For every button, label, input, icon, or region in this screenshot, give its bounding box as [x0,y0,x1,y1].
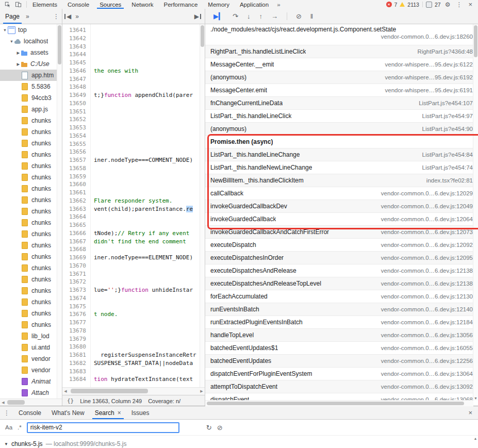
line-number[interactable]: 13646 [62,67,86,75]
code-line[interactable] [94,148,205,156]
step-out-icon[interactable]: ↑ [259,12,262,20]
refresh-search-icon[interactable]: ↻ [206,424,212,432]
line-number[interactable]: 13675 [62,303,86,311]
drawer-tab-console[interactable]: Console [13,406,46,419]
line-number[interactable]: 13665 [62,221,86,229]
stack-frame[interactable]: invokeGuardedCallbackvendor-common.0…6.d… [205,213,478,226]
tree-item-chunks[interactable]: chunks [0,172,62,183]
expander-icon[interactable]: ▶ [15,51,21,55]
code-line[interactable] [94,43,205,51]
stack-frame[interactable]: callCallbackvendor-common.0…6.dev.js:120… [205,187,478,200]
code-line[interactable] [94,294,205,303]
line-number[interactable]: 13681 [62,351,86,359]
scroll-left-icon[interactable]: ◀ [62,388,69,395]
code-line[interactable] [94,83,205,91]
drawer-tab-issues[interactable]: Issues [126,406,155,419]
line-number[interactable]: 13664 [62,213,86,221]
code-line[interactable] [94,59,205,67]
code-line[interactable] [94,245,205,254]
line-number[interactable]: 13643 [62,43,86,51]
tree-item-chunks[interactable]: chunks [0,228,62,240]
tab-network[interactable]: Network [126,0,158,9]
stack-frame[interactable]: fnChangeCurrentLineDataListPart.js?e454:… [205,97,478,110]
more-panels-icon[interactable]: » [274,0,283,9]
pause-on-exceptions-icon[interactable]: ‖ [310,12,313,20]
tree-item-chunks[interactable]: chunks [0,319,62,330]
stack-frame[interactable]: attemptToDispatchEventvendor-common.0…6.… [205,380,478,393]
line-number[interactable]: 13661 [62,189,86,197]
tree-item-top[interactable]: ▼top [0,24,62,36]
code-line[interactable] [94,221,205,229]
code-line[interactable] [94,132,205,140]
search-input[interactable] [27,422,179,433]
line-number[interactable]: 13676 [62,310,86,319]
stack-frame[interactable]: Promise.then (async) [205,136,478,148]
tree-item-chunks[interactable]: chunks [0,115,62,126]
stack-frame[interactable]: invokeGuardedCallbackAndCatchFirstErrorv… [205,226,478,239]
editor-more-tabs-icon[interactable]: » [73,13,81,20]
line-number[interactable]: 13648 [62,83,86,91]
badge-count[interactable]: 27 [435,2,441,8]
code-line[interactable]: SUSPENSE_START_DATA||nodeData [94,359,205,368]
stack-frame[interactable]: runExtractedPluginEventsInBatchvendor-co… [205,316,478,329]
close-drawer-icon[interactable]: × [463,406,478,419]
code-line[interactable] [94,319,205,327]
code-line[interactable] [94,164,205,173]
code-editor[interactable]: 1364113642136431364413645136461364713648… [62,24,205,387]
stack-hscrollbar-thumb[interactable] [207,402,464,405]
tree-item-chunks[interactable]: chunks [0,138,62,149]
hide-navigator-icon[interactable]: ◀ [62,13,73,20]
tree-item-chunks[interactable]: chunks [0,251,62,262]
stack-frame[interactable]: ListPart._this.handleNewLineChangeListPa… [205,161,478,174]
code-line[interactable] [94,303,205,311]
step-icon[interactable]: → [271,12,278,20]
stack-frame[interactable]: (anonymous)vendor-whispere…95.dev.js:619… [205,71,478,84]
warning-icon[interactable] [400,2,405,7]
search-result-row[interactable]: ▼ chunks-5.js — localhost:9999/chunks-5.… [4,440,126,447]
line-number[interactable]: 13679 [62,335,86,343]
close-devtools-icon[interactable]: × [466,1,474,8]
code-line[interactable] [94,213,205,221]
stack-frame[interactable]: MessageCenter.__emitvendor-whispere…95.d… [205,58,478,71]
line-number[interactable]: 13671 [62,270,86,278]
match-case-toggle[interactable]: Aa [5,424,12,430]
line-number[interactable]: 13658 [62,164,86,173]
tree-item-5-5836[interactable]: 5.5836 [0,81,62,92]
line-number[interactable]: 13683 [62,368,86,376]
stack-frame[interactable]: batchedEventUpdatesvendor-common.0…6.dev… [205,355,478,368]
line-number[interactable]: 13672 [62,278,86,286]
tree-item-chunks[interactable]: chunks [0,206,62,217]
close-search-tab-icon[interactable]: × [118,409,121,417]
line-number[interactable]: 13660 [62,180,86,189]
tree-item-c-use[interactable]: ▶C:/Use [0,58,62,70]
code-line[interactable]: iner.nodeType===COMMENT_NODE) [94,156,205,164]
code-line[interactable] [94,51,205,59]
line-number[interactable]: 13657 [62,156,86,164]
line-number[interactable]: 13667 [62,238,86,246]
stack-frame[interactable]: executeDispatchesInOrdervendor-common.0…… [205,252,478,264]
code-line[interactable] [94,189,205,197]
code-line[interactable]: tion hydrateTextInstance(text [94,375,205,384]
scroll-right-icon[interactable]: ▶ [199,388,205,395]
navigator-menu-kebab-icon[interactable]: ⋮ [51,13,62,20]
stack-frame[interactable]: forEachAccumulatedvendor-common.0…6.dev.… [205,290,478,303]
issues-badge-icon[interactable] [426,2,432,8]
tree-item-chunks[interactable]: chunks [0,296,62,308]
deactivate-breakpoints-icon[interactable]: ⊘ [296,12,302,20]
inspect-element-icon[interactable] [4,1,11,8]
stack-frame[interactable]: runEventsInBatchvendor-common.0…6.dev.js… [205,303,478,316]
navigator-tab-page[interactable]: Page [1,9,24,24]
code-line[interactable]: t node. [94,310,205,319]
tree-item-chunks[interactable]: chunks [0,240,62,251]
stack-frame[interactable]: RightPart._this.handleListLineClickRight… [205,45,478,58]
error-icon[interactable]: × [386,2,392,7]
code-line[interactable] [94,75,205,84]
code-line[interactable] [94,99,205,108]
line-number[interactable]: 13666 [62,229,86,238]
step-over-icon[interactable]: ↷ [233,12,238,20]
settings-gear-icon[interactable]: ⚙ [443,1,452,8]
line-number[interactable]: 13682 [62,359,86,368]
code-line[interactable] [94,327,205,335]
tree-item-chunks[interactable]: chunks [0,285,62,296]
disclosure-triangle-icon[interactable]: ▼ [4,442,8,446]
